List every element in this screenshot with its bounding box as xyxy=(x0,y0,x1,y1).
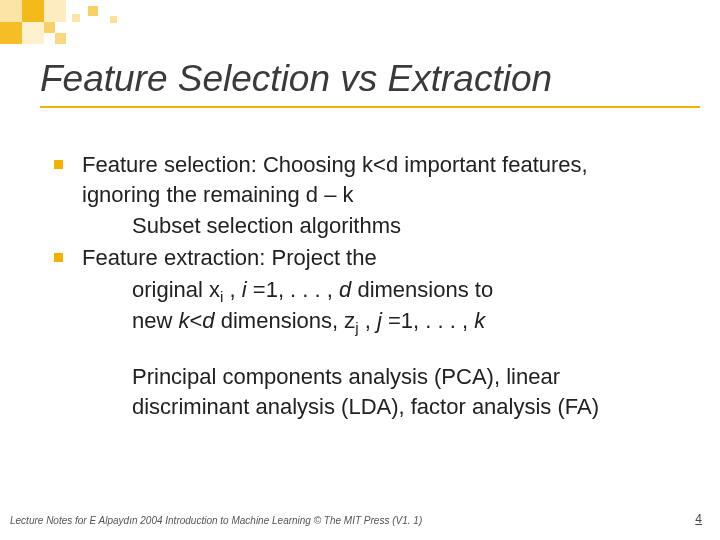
body-content: Feature selection: Choosing k<d importan… xyxy=(54,150,670,422)
bullet-item-1: Feature selection: Choosing k<d importan… xyxy=(54,150,670,209)
sub-text: Subset selection algorithms xyxy=(132,213,401,238)
sub-item: original xi , i =1, . . . , d dimensions… xyxy=(54,275,670,305)
paragraph: Principal components analysis (PCA), lin… xyxy=(54,362,670,421)
title-underline xyxy=(40,106,700,108)
square-bullet-icon xyxy=(54,160,63,169)
corner-decoration xyxy=(0,0,200,60)
page-number: 4 xyxy=(695,512,702,526)
sub-text: original xi , i =1, . . . , d dimensions… xyxy=(132,277,493,302)
title-area: Feature Selection vs Extraction xyxy=(40,58,680,100)
footer-citation: Lecture Notes for E Alpaydın 2004 Introd… xyxy=(10,515,422,526)
bullet-item-2: Feature extraction: Project the xyxy=(54,243,670,273)
slide: Feature Selection vs Extraction Feature … xyxy=(0,0,720,540)
sub-item: new k<d dimensions, zj , j =1, . . . , k xyxy=(54,306,670,336)
slide-title: Feature Selection vs Extraction xyxy=(40,58,680,100)
bullet-text: Feature extraction: Project the xyxy=(82,245,377,270)
square-bullet-icon xyxy=(54,253,63,262)
bullet-text: Feature selection: Choosing k<d importan… xyxy=(82,152,588,207)
sub-text: new k<d dimensions, zj , j =1, . . . , k xyxy=(132,308,485,333)
sub-item: Subset selection algorithms xyxy=(54,211,670,241)
